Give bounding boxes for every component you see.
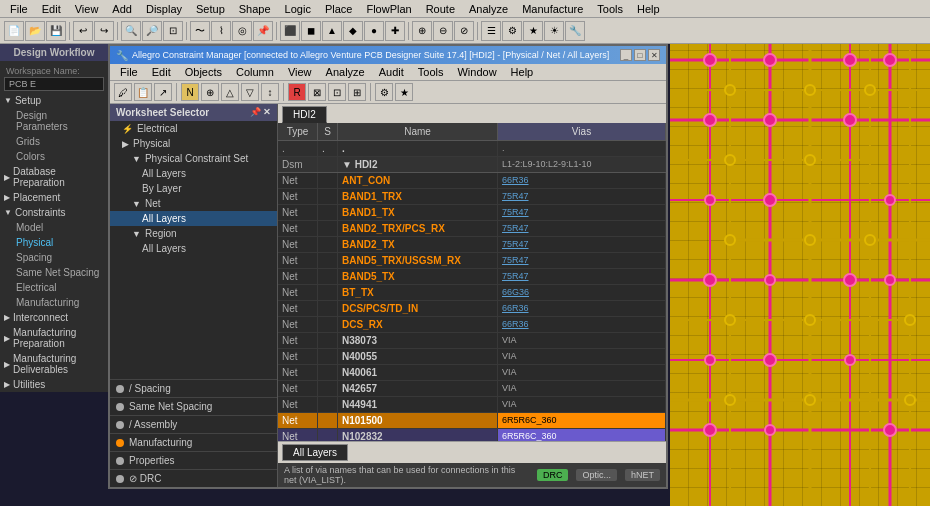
- menu-analyze[interactable]: Analyze: [463, 2, 514, 16]
- t8-btn[interactable]: ⊖: [433, 21, 453, 41]
- cm-t11[interactable]: ⊡: [328, 83, 346, 101]
- menu-tools[interactable]: Tools: [591, 2, 629, 16]
- ws-electrical[interactable]: ⚡ Electrical: [110, 121, 277, 136]
- undo-btn[interactable]: ↩: [73, 21, 93, 41]
- cm-menu-file[interactable]: File: [114, 65, 144, 79]
- sidebar-interconnect[interactable]: ▶ Interconnect: [0, 310, 108, 325]
- ws-net-all-layers[interactable]: All Layers: [110, 211, 277, 226]
- sidebar-mfg-prep[interactable]: ▶ Manufacturing Preparation: [0, 325, 108, 351]
- table-row[interactable]: Net BAND1_TX 75R47: [278, 205, 666, 221]
- via-btn[interactable]: ◎: [232, 21, 252, 41]
- footer-all-layers-tab[interactable]: All Layers: [282, 444, 348, 461]
- cm-t10[interactable]: ⊠: [308, 83, 326, 101]
- cm-menu-audit[interactable]: Audit: [373, 65, 410, 79]
- menu-view[interactable]: View: [69, 2, 105, 16]
- cm-t13[interactable]: ⚙: [375, 83, 393, 101]
- sidebar-physical[interactable]: Physical: [0, 235, 108, 250]
- cm-close-btn[interactable]: ✕: [648, 49, 660, 61]
- menu-shape[interactable]: Shape: [233, 2, 277, 16]
- sidebar-colors[interactable]: Colors: [0, 149, 108, 164]
- cm-t12[interactable]: ⊞: [348, 83, 366, 101]
- t2-btn[interactable]: ◼: [301, 21, 321, 41]
- table-row[interactable]: Net N44941 VIA: [278, 397, 666, 413]
- t6-btn[interactable]: ✚: [385, 21, 405, 41]
- cm-menu-view[interactable]: View: [282, 65, 318, 79]
- ws-pin-icon[interactable]: 📌: [250, 107, 261, 118]
- cm-menu-tools[interactable]: Tools: [412, 65, 450, 79]
- t14-btn[interactable]: 🔧: [565, 21, 585, 41]
- menu-edit[interactable]: Edit: [36, 2, 67, 16]
- table-row[interactable]: Net N101500 6R5R6C_360: [278, 413, 666, 429]
- sidebar-constraints[interactable]: ▼ Constraints: [0, 205, 108, 220]
- pin-btn[interactable]: 📌: [253, 21, 273, 41]
- cm-t7[interactable]: ▽: [241, 83, 259, 101]
- cm-t2[interactable]: 📋: [134, 83, 152, 101]
- cm-menu-edit[interactable]: Edit: [146, 65, 177, 79]
- cm-menu-analyze[interactable]: Analyze: [320, 65, 371, 79]
- table-row[interactable]: Net ANT_CON 66R36: [278, 173, 666, 189]
- t7-btn[interactable]: ⊕: [412, 21, 432, 41]
- cm-maximize-btn[interactable]: □: [634, 49, 646, 61]
- new-btn[interactable]: 📄: [4, 21, 24, 41]
- cm-menu-objects[interactable]: Objects: [179, 65, 228, 79]
- table-row[interactable]: Net BT_TX 66G36: [278, 285, 666, 301]
- t11-btn[interactable]: ⚙: [502, 21, 522, 41]
- cm-t3[interactable]: ↗: [154, 83, 172, 101]
- zoom-in-btn[interactable]: 🔍: [121, 21, 141, 41]
- menu-file[interactable]: File: [4, 2, 34, 16]
- table-row[interactable]: Net DCS_RX 66R36: [278, 317, 666, 333]
- ws-spacing[interactable]: / Spacing: [110, 379, 277, 397]
- cm-menu-column[interactable]: Column: [230, 65, 280, 79]
- table-row[interactable]: Net BAND2_TX 75R47: [278, 237, 666, 253]
- open-btn[interactable]: 📂: [25, 21, 45, 41]
- menu-setup[interactable]: Setup: [190, 2, 231, 16]
- cm-menu-window[interactable]: Window: [451, 65, 502, 79]
- ws-by-layer[interactable]: By Layer: [110, 181, 277, 196]
- table-row[interactable]: Net N40055 VIA: [278, 349, 666, 365]
- ws-same-net-spacing[interactable]: Same Net Spacing: [110, 397, 277, 415]
- table-row[interactable]: Net BAND2_TRX/PCS_RX 75R47: [278, 221, 666, 237]
- t10-btn[interactable]: ☰: [481, 21, 501, 41]
- ws-properties[interactable]: Properties: [110, 451, 277, 469]
- table-row[interactable]: Net N40061 VIA: [278, 365, 666, 381]
- cm-tab-hdi2[interactable]: HDI2: [282, 106, 327, 123]
- sidebar-design-params[interactable]: Design Parameters: [0, 108, 108, 134]
- sidebar-placement[interactable]: ▶ Placement: [0, 190, 108, 205]
- menu-logic[interactable]: Logic: [279, 2, 317, 16]
- redo-btn[interactable]: ↪: [94, 21, 114, 41]
- t1-btn[interactable]: ⬛: [280, 21, 300, 41]
- t5-btn[interactable]: ●: [364, 21, 384, 41]
- menu-display[interactable]: Display: [140, 2, 188, 16]
- ws-drc[interactable]: ⊘ DRC: [110, 469, 277, 487]
- sidebar-mfg-deliv[interactable]: ▶ Manufacturing Deliverables: [0, 351, 108, 377]
- menu-flowplan[interactable]: FlowPlan: [360, 2, 417, 16]
- table-row[interactable]: Net N38073 VIA: [278, 333, 666, 349]
- cm-minimize-btn[interactable]: _: [620, 49, 632, 61]
- menu-manufacture[interactable]: Manufacture: [516, 2, 589, 16]
- ws-net[interactable]: ▼ Net: [110, 196, 277, 211]
- t3-btn[interactable]: ▲: [322, 21, 342, 41]
- save-btn[interactable]: 💾: [46, 21, 66, 41]
- sidebar-model[interactable]: Model: [0, 220, 108, 235]
- route2-btn[interactable]: ⌇: [211, 21, 231, 41]
- sidebar-manufacturing-c[interactable]: Manufacturing: [0, 295, 108, 310]
- t9-btn[interactable]: ⊘: [454, 21, 474, 41]
- ws-close-icon[interactable]: ✕: [263, 107, 271, 118]
- ws-assembly[interactable]: / Assembly: [110, 415, 277, 433]
- route-btn[interactable]: 〜: [190, 21, 210, 41]
- sidebar-setup[interactable]: ▼ Setup: [0, 93, 108, 108]
- sidebar-spacing[interactable]: Spacing: [0, 250, 108, 265]
- cm-t6[interactable]: △: [221, 83, 239, 101]
- ws-region-all-layers[interactable]: All Layers: [110, 241, 277, 256]
- table-row[interactable]: Net N102832 6R5R6C_360: [278, 429, 666, 441]
- ws-physical[interactable]: ▶ Physical: [110, 136, 277, 151]
- cm-t4[interactable]: N: [181, 83, 199, 101]
- cm-menu-help[interactable]: Help: [505, 65, 540, 79]
- menu-add[interactable]: Add: [106, 2, 138, 16]
- sidebar-db-prep[interactable]: ▶ Database Preparation: [0, 164, 108, 190]
- zoom-fit-btn[interactable]: ⊡: [163, 21, 183, 41]
- table-row[interactable]: Dsm ▼ HDI2 L1-2:L9-10:L2-9:L1-10: [278, 157, 666, 173]
- ws-manufacturing[interactable]: Manufacturing: [110, 433, 277, 451]
- menu-route[interactable]: Route: [420, 2, 461, 16]
- ws-region[interactable]: ▼ Region: [110, 226, 277, 241]
